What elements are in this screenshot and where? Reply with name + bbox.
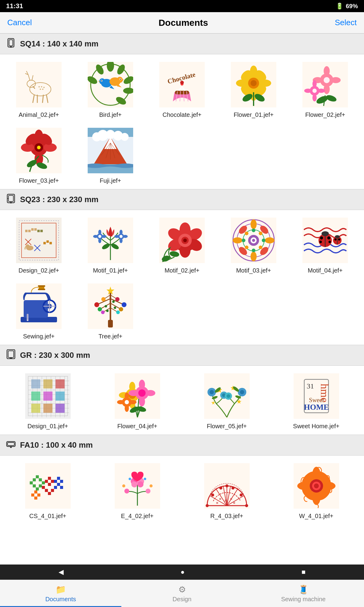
svg-point-221 <box>119 307 123 311</box>
section-label-sq23: SQ23 : 230 x 230 mm <box>20 195 99 204</box>
list-item[interactable]: Flower_02.jef+ <box>289 57 361 123</box>
svg-rect-3 <box>16 62 62 107</box>
svg-point-194 <box>338 239 340 241</box>
svg-point-352 <box>144 478 146 480</box>
svg-point-222 <box>101 310 105 314</box>
svg-rect-328 <box>51 489 54 492</box>
tab-design-label: Design <box>173 596 191 603</box>
svg-point-274 <box>139 397 145 406</box>
svg-point-294 <box>240 390 244 394</box>
list-item[interactable]: W_4_01.jef+ <box>271 459 361 524</box>
svg-point-365 <box>219 487 222 490</box>
list-item[interactable]: Animal_02.jef+ <box>3 57 75 123</box>
item-label: Motif_04.jef+ <box>308 267 342 274</box>
thumb-flower04 <box>113 372 162 420</box>
list-item[interactable]: Bird.jef+ <box>75 57 146 123</box>
item-label: Motif_01.jef+ <box>93 267 128 274</box>
thumb-e402 <box>113 462 162 510</box>
folder-icon: 📁 <box>56 585 66 595</box>
svg-point-139 <box>120 235 123 238</box>
list-item[interactable]: R_4_03.jef+ <box>182 459 271 524</box>
svg-point-193 <box>335 239 337 241</box>
svg-point-311 <box>10 446 12 448</box>
thumb-motif01 <box>86 216 135 265</box>
thumb-w401 <box>292 462 341 510</box>
svg-point-229 <box>114 307 116 309</box>
svg-rect-338 <box>37 493 40 497</box>
svg-point-187 <box>327 236 330 239</box>
svg-point-220 <box>98 307 102 311</box>
section-header-sq23: SQ23 : 230 x 230 mm <box>0 189 364 210</box>
svg-point-227 <box>112 300 115 303</box>
svg-point-174 <box>262 239 265 242</box>
tab-sewing[interactable]: 🧵 Sewing machine <box>243 580 364 607</box>
list-item[interactable]: Motif_02.jef+ <box>146 213 218 279</box>
svg-point-67 <box>324 66 330 76</box>
list-item[interactable]: Design_02.jef+ <box>3 213 75 279</box>
tab-design[interactable]: ⚙ Design <box>121 580 243 607</box>
home-button[interactable]: ● <box>180 568 184 576</box>
tab-documents[interactable]: 📁 Documents <box>0 580 121 607</box>
svg-point-343 <box>146 489 150 493</box>
list-item[interactable]: Motif_01.jef+ <box>75 213 146 279</box>
list-item[interactable]: Motif_03.jef+ <box>218 213 289 279</box>
tab-sewing-label: Sewing machine <box>281 596 326 603</box>
item-label: Chocolate.jef+ <box>163 111 201 118</box>
svg-point-165 <box>265 237 275 243</box>
svg-rect-327 <box>48 492 51 495</box>
battery-level: 69% <box>346 3 358 10</box>
list-item[interactable]: E_4_02.jef+ <box>93 459 182 524</box>
svg-point-282 <box>129 400 136 404</box>
svg-rect-336 <box>31 493 34 497</box>
svg-point-218 <box>94 302 99 307</box>
svg-point-74 <box>312 94 317 101</box>
svg-rect-115 <box>28 230 31 232</box>
list-item[interactable]: CS_4_01.jef+ <box>3 459 93 524</box>
cancel-button[interactable]: Cancel <box>7 18 32 27</box>
list-item[interactable]: Flower_01.jef+ <box>218 57 289 123</box>
svg-rect-257 <box>43 392 52 401</box>
item-label: Tree.jef+ <box>99 333 123 340</box>
thumb-flower03 <box>15 126 63 175</box>
svg-point-280 <box>125 405 129 412</box>
thumb-sweethome: HOME Sweet 31 hme <box>292 372 341 420</box>
thumb-design01 <box>24 372 72 420</box>
list-item[interactable]: Flower_05.jef+ <box>182 369 271 435</box>
list-item[interactable]: Flower_04.jef+ <box>93 369 182 435</box>
svg-rect-259 <box>31 404 40 413</box>
svg-text:HOME: HOME <box>304 403 329 412</box>
svg-point-386 <box>314 483 319 488</box>
select-button[interactable]: Select <box>335 18 357 27</box>
svg-rect-316 <box>39 478 42 481</box>
list-item[interactable]: Chocolate Chocolate.jef+ <box>146 57 218 123</box>
android-nav-buttons: ◀ ● ■ <box>0 565 364 580</box>
list-item[interactable]: Fuji.jef+ <box>75 123 146 189</box>
svg-point-71 <box>324 77 330 83</box>
svg-rect-373 <box>216 502 218 504</box>
list-item[interactable]: Flower_03.jef+ <box>3 123 75 189</box>
svg-rect-322 <box>48 477 51 480</box>
svg-rect-337 <box>34 490 37 493</box>
list-item[interactable]: Tree.jef+ <box>75 279 146 345</box>
svg-point-223 <box>116 310 120 314</box>
svg-rect-315 <box>36 475 39 478</box>
svg-rect-109 <box>8 195 13 202</box>
thumb-chocolate: Chocolate <box>158 60 206 109</box>
thumb-flower02 <box>301 60 349 109</box>
svg-point-163 <box>251 252 257 261</box>
svg-rect-335 <box>60 486 63 489</box>
svg-rect-330 <box>54 480 57 483</box>
list-item[interactable]: Motif_04.jef+ <box>289 213 361 279</box>
grid-gr: Design_01.jef+ <box>0 366 364 435</box>
svg-rect-372 <box>230 498 232 500</box>
svg-point-171 <box>252 229 255 232</box>
list-item[interactable]: Design_01.jef+ <box>3 369 93 435</box>
item-label: Flower_01.jef+ <box>234 111 274 118</box>
list-item[interactable]: HOME Sweet 31 hme Sweet Home.jef+ <box>271 369 361 435</box>
back-button[interactable]: ◀ <box>59 568 64 576</box>
svg-point-273 <box>139 380 145 389</box>
list-item[interactable]: Sewing.jef+ <box>3 279 75 345</box>
svg-rect-314 <box>33 478 36 481</box>
item-label: Flower_05.jef+ <box>207 423 247 430</box>
recents-button[interactable]: ■ <box>302 568 305 576</box>
